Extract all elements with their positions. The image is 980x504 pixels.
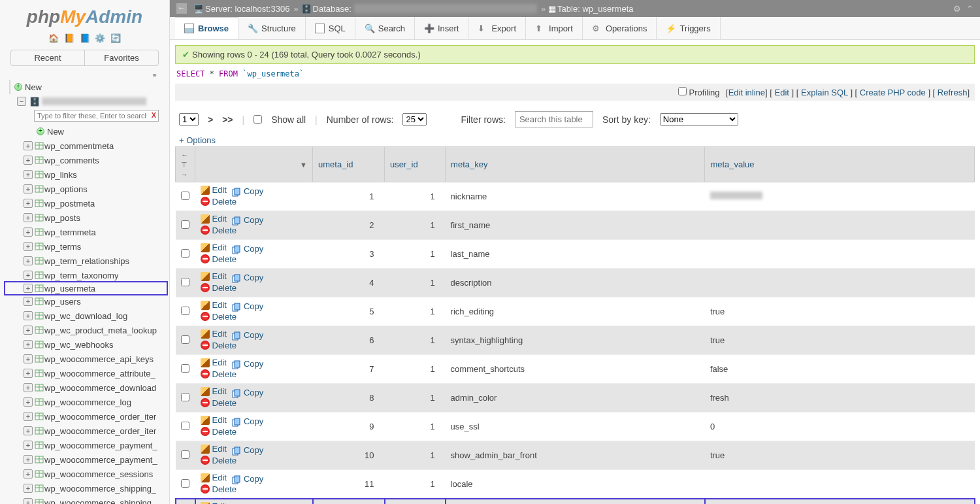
expand-icon[interactable]: + [24, 256, 33, 265]
copy-row[interactable]: Copy [232, 244, 263, 254]
tree-table-wp_term_relationships[interactable]: +wp_term_relationships [5, 254, 169, 268]
crumb-database[interactable]: Database: [313, 4, 351, 14]
expand-icon[interactable]: + [24, 369, 33, 378]
copy-row[interactable]: Copy [232, 359, 263, 369]
row-checkbox[interactable] [181, 450, 189, 459]
docs-icon[interactable]: 📘 [80, 33, 90, 43]
table-browse-icon[interactable] [34, 283, 44, 294]
expand-icon[interactable]: + [24, 326, 33, 335]
delete-row[interactable]: Delete [201, 226, 237, 235]
table-browse-icon[interactable] [34, 368, 44, 378]
tree-table-wp_options[interactable]: +wp_options [5, 182, 169, 196]
expand-icon[interactable]: + [24, 141, 33, 150]
tree-table-wp_links[interactable]: +wp_links [5, 167, 169, 182]
next-page[interactable]: > [208, 114, 213, 125]
expand-icon[interactable]: + [24, 441, 33, 450]
copy-row[interactable]: Copy [232, 301, 263, 311]
table-browse-icon[interactable] [34, 212, 44, 223]
copy-row[interactable]: Copy [232, 474, 263, 484]
show-all-checkbox[interactable] [253, 115, 262, 124]
expand-icon[interactable]: + [24, 397, 33, 407]
page-select[interactable]: 1 [179, 113, 199, 126]
table-browse-icon[interactable] [34, 339, 44, 350]
delete-row[interactable]: Delete [201, 484, 237, 494]
refresh-link[interactable]: Refresh [938, 88, 968, 97]
collapse-icon[interactable]: − [17, 97, 26, 106]
edit-row[interactable]: Edit [201, 501, 227, 504]
tab-search[interactable]: 🔍Search [355, 17, 415, 39]
table-browse-icon[interactable] [34, 325, 44, 335]
logout-icon[interactable]: 📙 [64, 33, 74, 43]
expand-icon[interactable]: + [24, 469, 33, 479]
expand-icon[interactable]: + [24, 227, 33, 237]
tree-table-wp_woocommerce_api_keys[interactable]: +wp_woocommerce_api_keys [5, 352, 169, 366]
edit-row[interactable]: Edit [201, 185, 227, 195]
tree-table-wp_terms[interactable]: +wp_terms [5, 239, 169, 254]
table-browse-icon[interactable] [34, 454, 44, 465]
tree-table-wp_woocommerce_log[interactable]: +wp_woocommerce_log [5, 395, 169, 409]
edit-row[interactable]: Edit [201, 473, 227, 482]
table-browse-icon[interactable] [34, 296, 44, 307]
expand-icon[interactable]: + [24, 340, 33, 349]
expand-icon[interactable]: + [24, 242, 33, 251]
tab-insert[interactable]: ➕Insert [415, 17, 469, 39]
page-settings-icon[interactable]: ⚙ [953, 4, 961, 14]
tree-table-wp_woocommerce_shipping_[interactable]: +wp_woocommerce_shipping_ [5, 481, 169, 496]
col-meta-key[interactable]: meta_key [446, 147, 705, 182]
tree-table-wp_wc_webhooks[interactable]: +wp_wc_webhooks [5, 337, 169, 352]
edit-row[interactable]: Edit [201, 271, 227, 281]
sort-select[interactable]: None [660, 113, 738, 126]
row-checkbox[interactable] [181, 335, 189, 344]
tree-table-wp_users[interactable]: +wp_users [5, 294, 169, 309]
table-browse-icon[interactable] [34, 256, 44, 266]
tree-table-wp_woocommerce_sessions[interactable]: +wp_woocommerce_sessions [5, 467, 169, 481]
delete-row[interactable]: Delete [201, 456, 237, 465]
table-browse-icon[interactable] [34, 198, 44, 209]
row-checkbox[interactable] [181, 364, 189, 373]
link-icon[interactable]: ⚭ [152, 71, 157, 79]
tree-table-wp_woocommerce_download[interactable]: +wp_woocommerce_download [5, 380, 169, 395]
tree-table-wp_woocommerce_attribute_[interactable]: +wp_woocommerce_attribute_ [5, 366, 169, 380]
tab-browse[interactable]: Browse [175, 17, 238, 39]
tab-import[interactable]: ⬆Import [526, 17, 583, 39]
copy-row[interactable]: Copy [232, 388, 263, 397]
tree-table-wp_termmeta[interactable]: +wp_termmeta [5, 225, 169, 239]
table-browse-icon[interactable] [34, 311, 44, 321]
tree-table-wp_wc_product_meta_lookup[interactable]: +wp_wc_product_meta_lookup [5, 323, 169, 337]
tree-table-wp_comments[interactable]: +wp_comments [5, 153, 169, 167]
collapse-sidebar-icon[interactable]: ← [176, 3, 187, 14]
tree-table-wp_woocommerce_shipping_[interactable]: +wp_woocommerce_shipping_ [5, 496, 169, 504]
edit-row[interactable]: Edit [201, 415, 227, 425]
expand-icon[interactable]: + [24, 271, 33, 280]
create-php-link[interactable]: Create PHP code [860, 88, 926, 97]
tree-table-wp_woocommerce_payment_[interactable]: +wp_woocommerce_payment_ [5, 452, 169, 467]
col-user-id[interactable]: user_id [385, 147, 446, 182]
favorites-tab[interactable]: Favorites [85, 50, 158, 65]
edit-row[interactable]: Edit [201, 243, 227, 252]
tree-table-wp_term_taxonomy[interactable]: +wp_term_taxonomy [5, 268, 169, 282]
table-browse-icon[interactable] [34, 155, 44, 165]
tree-new-table[interactable]: New [5, 124, 169, 139]
tree-table-wp_usermeta[interactable]: +wp_usermeta [4, 281, 168, 295]
table-browse-icon[interactable] [34, 497, 44, 504]
tree-db[interactable]: − 🗄️ [5, 94, 169, 109]
last-page[interactable]: >> [222, 114, 233, 125]
settings-icon[interactable]: ⚙️ [95, 33, 105, 43]
row-checkbox[interactable] [181, 249, 189, 258]
col-umeta-id[interactable]: umeta_id [313, 147, 385, 182]
profiling-checkbox[interactable] [678, 87, 687, 95]
table-browse-icon[interactable] [34, 241, 44, 252]
expand-icon[interactable]: + [24, 383, 33, 392]
table-browse-icon[interactable] [34, 426, 44, 436]
col-meta-value[interactable]: meta_value [705, 147, 975, 182]
copy-row[interactable]: Copy [232, 416, 263, 426]
delete-row[interactable]: Delete [201, 398, 237, 408]
table-browse-icon[interactable] [34, 440, 44, 450]
row-checkbox[interactable] [181, 278, 189, 286]
tab-structure[interactable]: 🔧Structure [238, 17, 306, 39]
expand-icon[interactable]: + [24, 170, 33, 179]
expand-icon[interactable]: + [24, 199, 33, 208]
delete-row[interactable]: Delete [201, 341, 237, 350]
edit-link[interactable]: Edit [775, 88, 789, 97]
table-browse-icon[interactable] [34, 397, 44, 407]
